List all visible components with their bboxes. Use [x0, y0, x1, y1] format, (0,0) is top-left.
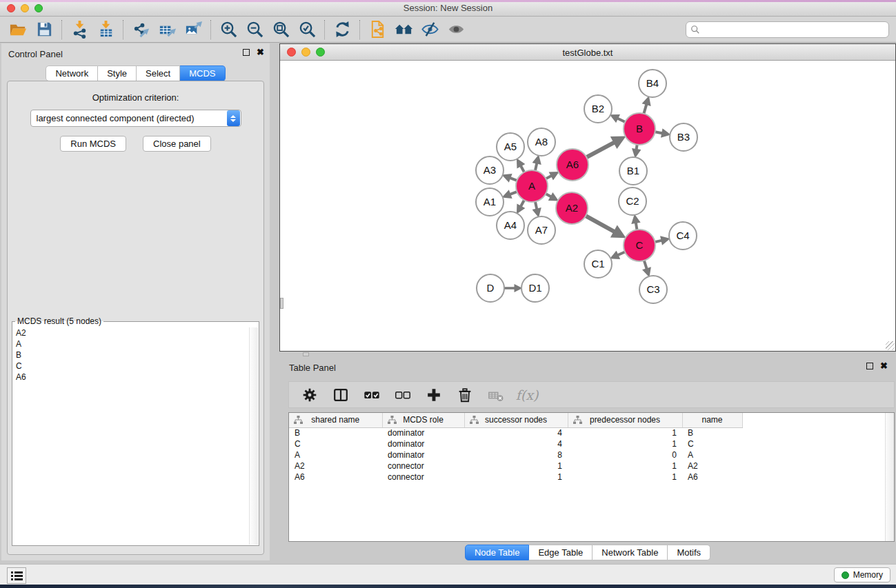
tab-edge-table[interactable]: Edge Table [529, 545, 593, 560]
table-cell[interactable]: 1 [464, 460, 568, 472]
table-cell[interactable]: A6 [289, 472, 382, 483]
table-row[interactable]: A2connector11A2 [289, 460, 894, 472]
table-cell[interactable]: 4 [464, 438, 568, 449]
table-row[interactable]: Adominator80A [289, 449, 894, 460]
select-all-button[interactable] [362, 385, 381, 405]
column-view-button[interactable] [331, 385, 350, 405]
home-button[interactable] [392, 19, 415, 40]
graph-node-D1[interactable]: D1 [521, 274, 549, 302]
column-header-predecessor-nodes[interactable]: predecessor nodes [568, 413, 682, 427]
graph-node-A5[interactable]: A5 [497, 133, 524, 161]
export-network-button[interactable] [130, 19, 152, 40]
memory-button[interactable]: Memory [834, 567, 890, 582]
zoom-in-button[interactable] [217, 19, 239, 40]
bottom-scrollbar-thumb[interactable] [303, 352, 309, 356]
zoom-out-button[interactable] [243, 19, 266, 40]
tab-node-table[interactable]: Node Table [465, 545, 530, 560]
table-cell[interactable]: 1 [568, 460, 682, 472]
float-panel-icon[interactable] [243, 49, 250, 56]
network-window-titlebar[interactable]: testGlobe.txt [280, 44, 895, 61]
graph-node-B1[interactable]: B1 [619, 157, 647, 185]
mcds-result-item[interactable]: A [13, 338, 248, 349]
table-cell[interactable]: dominator [382, 438, 464, 449]
table-scrollbar[interactable] [885, 413, 894, 541]
table-cell[interactable]: A2 [289, 460, 382, 472]
graph-node-C4[interactable]: C4 [669, 222, 697, 250]
graph-node-B4[interactable]: B4 [639, 70, 666, 97]
add-column-button[interactable] [424, 385, 444, 405]
close-panel-icon[interactable]: ✖ [257, 49, 264, 56]
open-folder-button[interactable] [7, 19, 29, 40]
table-cell[interactable]: 1 [464, 472, 568, 483]
table-row[interactable]: Bdominator41B [289, 427, 894, 438]
mcds-result-item[interactable]: C [13, 361, 248, 372]
mcds-result-item[interactable]: A6 [13, 372, 248, 383]
tab-network-table[interactable]: Network Table [593, 545, 668, 560]
export-table-button[interactable] [156, 19, 178, 40]
mcds-result-item[interactable]: A2 [13, 327, 248, 338]
column-header-name[interactable]: name [682, 413, 742, 427]
close-table-panel-icon[interactable]: ✖ [880, 363, 888, 369]
settings-gear-button[interactable] [300, 385, 319, 405]
graph-node-A7[interactable]: A7 [528, 216, 555, 244]
mcds-result-item[interactable]: B [13, 349, 248, 361]
graph-node-A3[interactable]: A3 [476, 156, 504, 184]
table-cell[interactable]: B [289, 427, 382, 438]
resize-grip-icon[interactable] [886, 341, 895, 350]
graph-node-C1[interactable]: C1 [584, 250, 612, 278]
refresh-button[interactable] [331, 19, 353, 40]
zoom-fit-button[interactable] [270, 19, 292, 40]
graph-node-A6[interactable]: A6 [557, 149, 588, 181]
graph-node-A[interactable]: A [516, 170, 548, 202]
search-field[interactable] [686, 21, 889, 38]
graph-node-A1[interactable]: A1 [476, 188, 504, 216]
import-table-button[interactable] [94, 19, 117, 40]
table-cell[interactable]: A [289, 449, 382, 460]
task-history-button[interactable] [7, 567, 26, 584]
table-cell[interactable]: 1 [568, 472, 682, 483]
graph-node-C[interactable]: C [624, 230, 655, 261]
table-cell[interactable]: B [682, 427, 742, 438]
deselect-all-button[interactable] [393, 385, 412, 405]
table-cell[interactable]: A2 [682, 460, 742, 472]
result-scrollbar[interactable] [249, 327, 258, 545]
graph-node-D[interactable]: D [477, 274, 504, 302]
graph-node-B[interactable]: B [624, 113, 655, 145]
table-cell[interactable]: dominator [382, 427, 464, 438]
table-cell[interactable]: 4 [464, 427, 568, 438]
left-scrollbar-thumb[interactable] [280, 298, 283, 309]
save-button[interactable] [33, 19, 55, 40]
delete-column-button[interactable] [455, 385, 475, 405]
table-cell[interactable]: C [289, 438, 382, 449]
mcds-result-list[interactable]: A2ABCA6 [13, 327, 248, 545]
tab-style[interactable]: Style [98, 65, 137, 81]
table-row[interactable]: A6connector11A6 [289, 472, 894, 483]
column-header-MCDS-role[interactable]: MCDS role [382, 413, 464, 427]
zoom-selected-button[interactable] [296, 19, 318, 40]
export-image-button[interactable] [182, 19, 204, 40]
import-network-button[interactable] [68, 19, 90, 40]
new-network-from-file-button[interactable] [366, 19, 388, 40]
tab-motifs[interactable]: Motifs [668, 545, 710, 560]
table-row[interactable]: Cdominator41C [289, 438, 894, 449]
show-panel-button[interactable] [445, 19, 467, 40]
graph-node-C3[interactable]: C3 [639, 276, 667, 303]
table-cell[interactable]: 1 [568, 427, 682, 438]
graph-node-A2[interactable]: A2 [556, 192, 588, 224]
float-table-panel-icon[interactable] [866, 363, 873, 369]
network-canvas[interactable]: B4B2BB3A5A8A6B1A3AA1C2A2A4A7C4CC1C3DD1 [280, 61, 895, 351]
graph-node-B3[interactable]: B3 [670, 123, 697, 151]
table-cell[interactable]: 8 [464, 449, 568, 460]
tab-select[interactable]: Select [137, 65, 180, 81]
table-cell[interactable]: 0 [568, 449, 682, 460]
table-cell[interactable]: dominator [382, 449, 464, 460]
close-panel-button[interactable]: Close panel [143, 136, 211, 152]
tab-mcds[interactable]: MCDS [180, 65, 225, 81]
graph-node-C2[interactable]: C2 [619, 187, 646, 215]
search-input[interactable] [703, 25, 884, 34]
table-cell[interactable]: C [682, 438, 742, 449]
graph-node-A4[interactable]: A4 [497, 212, 524, 239]
tab-network[interactable]: Network [46, 65, 98, 81]
column-header-successor-nodes[interactable]: successor nodes [464, 413, 568, 427]
table-cell[interactable]: connector [382, 472, 464, 483]
